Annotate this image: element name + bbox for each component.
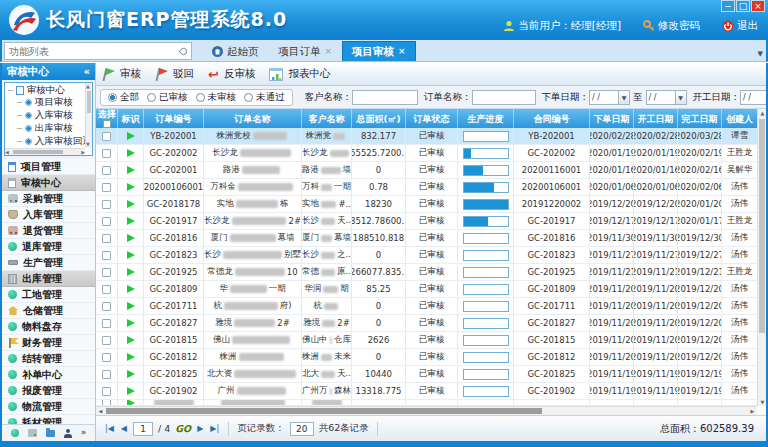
- table-row[interactable]: GC-201809华一期华润期85.25已审核GC-2018092019/11/…: [96, 281, 757, 298]
- table-row[interactable]: GC-201827雅境2#雅境2#0已审核GC-2018272019/11/20…: [96, 315, 757, 332]
- row-checkbox[interactable]: [102, 400, 111, 405]
- function-search-input[interactable]: [9, 46, 180, 57]
- tree-node[interactable]: ─入库审核: [5, 109, 92, 122]
- table-row[interactable]: GC-202002长沙龙长沙龙65525.7200..已审核GC-2020022…: [96, 145, 757, 162]
- sidebar-item-finance[interactable]: 财务管理: [2, 335, 95, 351]
- row-checkbox[interactable]: [102, 234, 111, 243]
- column-header-9[interactable]: 合同编号: [514, 109, 590, 128]
- change-password-button[interactable]: 修改密码: [643, 19, 700, 33]
- tree-node[interactable]: ─项目审核: [5, 96, 92, 109]
- column-header-4[interactable]: 订单名称: [204, 109, 302, 128]
- sidebar-item-production[interactable]: 生产管理: [2, 255, 95, 271]
- dot-icon[interactable]: [11, 429, 19, 437]
- tree-vertical-scrollbar[interactable]: ▲ ▼: [85, 83, 92, 148]
- row-checkbox[interactable]: [102, 166, 111, 175]
- table-row[interactable]: GC-201902广州广州万森林13318.775已审核GC-201902201…: [96, 383, 757, 400]
- row-checkbox[interactable]: [102, 217, 111, 226]
- status-radio-option[interactable]: 已审核: [147, 91, 188, 104]
- logout-button[interactable]: 退出: [722, 19, 758, 33]
- sidebar-item-return-goods[interactable]: 退货管理: [2, 223, 95, 239]
- row-checkbox[interactable]: [102, 319, 111, 328]
- close-button[interactable]: ×: [751, 0, 765, 12]
- tree-expander-icon[interactable]: ─: [8, 86, 13, 95]
- reject-button[interactable]: 驳回: [155, 67, 194, 81]
- tree-node[interactable]: ─入库审核回退: [5, 135, 92, 148]
- next-page-button[interactable]: ▶: [196, 424, 204, 433]
- go-button[interactable]: GO: [175, 423, 191, 434]
- tab-project-orders[interactable]: 项目订单×: [269, 41, 343, 61]
- maximize-button[interactable]: □: [736, 0, 750, 12]
- row-checkbox[interactable]: [102, 302, 111, 311]
- sidebar-item-worksite[interactable]: 工地管理: [2, 287, 95, 303]
- close-tab-icon[interactable]: ×: [325, 47, 333, 56]
- customer-name-input[interactable]: [352, 90, 418, 105]
- table-row[interactable]: GC-201825北大资北大天..10440已审核GC-2018252019/1…: [96, 366, 757, 383]
- row-checkbox[interactable]: [102, 387, 111, 396]
- sidebar-item-audit-center[interactable]: 审核中心: [2, 175, 95, 191]
- minimize-button[interactable]: −: [721, 0, 735, 12]
- status-radio-option[interactable]: 未审核: [196, 91, 237, 104]
- sidebar-item-warehouse[interactable]: 仓储管理: [2, 303, 95, 319]
- sidebar-item-inbound[interactable]: 入库管理: [2, 207, 95, 223]
- tree-node[interactable]: ─出库审核: [5, 122, 92, 135]
- grid-vertical-scrollbar[interactable]: ▲ ▼: [757, 109, 766, 406]
- report-center-button[interactable]: 报表中心: [269, 67, 330, 81]
- sidebar-item-carryover[interactable]: 结转管理: [2, 351, 95, 367]
- table-row[interactable]: GC-201816厦门幕墙厦门幕墙188510.818已审核GC-2018162…: [96, 230, 757, 247]
- row-checkbox[interactable]: [102, 268, 111, 277]
- sidebar-item-project-management[interactable]: 项目管理: [2, 159, 95, 175]
- order-date-input[interactable]: / /: [589, 90, 619, 105]
- sidebar-item-supplement-center[interactable]: 补单中心: [2, 367, 95, 383]
- sidebar-item-logistics[interactable]: 物流管理: [2, 399, 95, 415]
- column-header-6[interactable]: 总面积(㎡): [352, 109, 406, 128]
- prev-page-button[interactable]: ◀: [120, 424, 128, 433]
- tab-home[interactable]: 起始页: [202, 41, 269, 61]
- column-header-2[interactable]: 标识: [118, 109, 144, 128]
- sidebar-item-scrap[interactable]: 报废管理: [2, 383, 95, 399]
- status-radio-option[interactable]: 未通过: [244, 91, 285, 104]
- tab-overflow-icon[interactable]: ▼: [758, 50, 763, 58]
- page-size-input[interactable]: [290, 422, 314, 436]
- sidebar-item-outbound[interactable]: 出库管理: [2, 271, 95, 287]
- table-row[interactable]: GC-201815佛山佛山中仓库2626已审核GC-2018152019/11/…: [96, 332, 757, 349]
- row-checkbox[interactable]: [102, 183, 111, 192]
- sidebar-item-consumables[interactable]: 耗材管理: [2, 415, 95, 424]
- cart-icon[interactable]: [28, 429, 37, 437]
- column-header-12[interactable]: 完工日期: [678, 109, 722, 128]
- status-radio-checked[interactable]: 全部: [108, 91, 139, 104]
- table-row[interactable]: GC-201823长沙别墅长沙之..0已审核GC-2018232019/11/2…: [96, 247, 757, 264]
- row-checkbox[interactable]: [102, 353, 111, 362]
- column-header-13[interactable]: 创建人: [722, 109, 758, 128]
- sidebar-item-material-inventory[interactable]: 物料盘存: [2, 319, 95, 335]
- column-header-10[interactable]: 下单日期: [590, 109, 634, 128]
- sidebar-item-purchase[interactable]: 采购管理: [2, 191, 95, 207]
- table-row[interactable]: GC-2018178实地栋实地#..18230已审核20191220002201…: [96, 196, 757, 213]
- order-date-to-dropdown-icon[interactable]: ▼: [676, 90, 687, 105]
- select-all-checkbox[interactable]: [103, 120, 111, 128]
- more-icon[interactable]: »: [81, 429, 86, 437]
- first-page-button[interactable]: |◀: [104, 424, 115, 433]
- audit-button[interactable]: 审核: [102, 67, 141, 81]
- last-page-button[interactable]: ▶|: [209, 424, 220, 433]
- row-checkbox[interactable]: [102, 149, 111, 158]
- column-header-7[interactable]: 订单状态: [406, 109, 458, 128]
- order-date-to-input[interactable]: / /: [646, 90, 676, 105]
- table-row[interactable]: 20200106001万科金万科一期0.78已审核202001060012020…: [96, 179, 757, 196]
- table-row[interactable]: GC-201925常德龙10常德原..266077.835..已审核GC-201…: [96, 264, 757, 281]
- tab-project-audit[interactable]: 项目审核×: [342, 41, 416, 61]
- column-header-1[interactable]: 选择: [96, 109, 118, 128]
- collapse-panel-icon[interactable]: «: [84, 66, 90, 77]
- pin-icon[interactable]: [179, 46, 189, 56]
- page-number-input[interactable]: [133, 422, 153, 436]
- row-checkbox[interactable]: [102, 251, 111, 260]
- row-checkbox[interactable]: [102, 132, 111, 141]
- row-checkbox[interactable]: [102, 285, 111, 294]
- table-row[interactable]: GC-201917长沙龙2#长沙天..8512.78600..已审核GC-201…: [96, 213, 757, 230]
- sidebar-item-return-stock[interactable]: 退库管理: [2, 239, 95, 255]
- column-header-5[interactable]: 客户名称: [302, 109, 352, 128]
- row-checkbox[interactable]: [102, 370, 111, 379]
- tree-root-node[interactable]: ─ 审核中心: [5, 83, 92, 96]
- table-row[interactable]: GC-202001路港路港墙0已审核202001160012020/01/162…: [96, 162, 757, 179]
- close-tab-icon[interactable]: ×: [398, 47, 406, 56]
- row-checkbox[interactable]: [102, 336, 111, 345]
